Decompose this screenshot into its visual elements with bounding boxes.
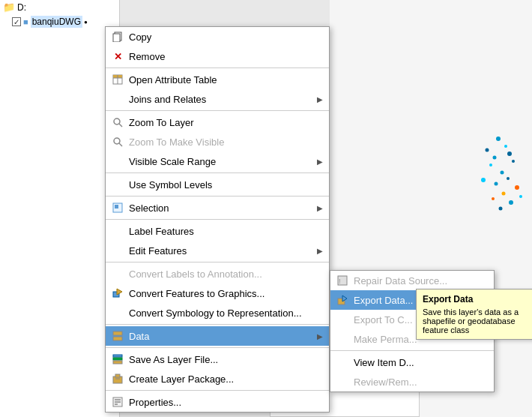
svg-line-24 <box>119 124 122 127</box>
menu-separator <box>106 219 329 220</box>
svg-rect-28 <box>115 205 118 208</box>
svg-point-5 <box>489 164 492 166</box>
svg-point-6 <box>501 171 504 175</box>
menu-item-zoom-visible: Zoom To Make Visible <box>106 132 329 152</box>
menu-separator <box>106 196 329 196</box>
selection-icon <box>110 200 125 215</box>
menu-separator <box>106 347 329 348</box>
svg-text:!: ! <box>339 278 341 285</box>
repair-icon: ! <box>335 273 350 288</box>
menu-item-zoom-to-layer[interactable]: Zoom To Layer <box>106 112 329 132</box>
 <box>110 243 125 258</box>
menu-label-zoom-to-layer: Zoom To Layer <box>129 117 323 128</box>
svg-point-25 <box>114 138 120 144</box>
copy-icon <box>110 29 125 44</box>
submenu-separator <box>330 350 494 351</box>
menu-separator <box>106 324 329 325</box>
 <box>335 355 350 370</box>
svg-point-10 <box>507 177 510 180</box>
submenu-label-view-item: View Item D... <box>354 357 488 368</box>
svg-point-11 <box>515 185 519 190</box>
svg-line-26 <box>119 143 122 146</box>
svg-point-23 <box>114 118 120 124</box>
arrow-joins: ▶ <box>317 95 323 104</box>
menu-label-create-package: Create Layer Package... <box>129 374 323 385</box>
layer-icon: ■ <box>23 17 28 26</box>
menu-separator <box>106 68 329 68</box>
svg-point-7 <box>512 160 515 163</box>
svg-rect-32 <box>113 337 122 340</box>
menu-label-convert-features: Convert Features to Graphics... <box>129 288 323 299</box>
props-icon <box>110 394 125 410</box>
menu-label-convert-labels: Convert Labels to Annotation... <box>129 268 323 280</box>
 <box>110 177 125 192</box>
menu-label-visible-scale: Visible Scale Range <box>129 156 317 167</box>
menu-item-edit[interactable]: Edit Features▶ <box>106 241 329 260</box>
menu-label-joins: Joins and Relates <box>129 94 317 105</box>
tree-drive[interactable]: 📁 D: <box>0 0 119 14</box>
svg-point-8 <box>481 178 486 182</box>
remove-icon: ✕ <box>110 49 125 64</box>
menu-item-data[interactable]: Data▶ <box>106 326 329 346</box>
 <box>335 374 350 389</box>
menu-item-copy[interactable]: Copy <box>106 27 329 46</box>
svg-point-0 <box>496 136 501 141</box>
menu-item-remove[interactable]: ✕Remove <box>106 46 329 66</box>
svg-point-14 <box>509 200 513 205</box>
menu-item-joins[interactable]: Joins and Relates▶ <box>106 89 329 109</box>
menu-item-open-attribute[interactable]: Open Attribute Table <box>106 70 329 89</box>
folder-icon: 📁 <box>3 2 15 13</box>
svg-rect-18 <box>113 34 120 42</box>
tree-layer[interactable]: ■ banqiuDWG ● <box>0 14 119 29</box>
svg-point-13 <box>492 197 495 200</box>
svg-rect-35 <box>113 361 122 364</box>
tooltip-export: Export Data Save this layer's data as a … <box>416 289 532 340</box>
menu-item-convert-symbology[interactable]: Convert Symbology to Representation... <box>106 303 329 322</box>
menu-label-open-attribute: Open Attribute Table <box>129 74 323 86</box>
svg-rect-37 <box>115 374 120 377</box>
menu-item-use-symbol[interactable]: Use Symbol Levels <box>106 175 329 194</box>
svg-rect-34 <box>113 358 122 360</box>
layer-checkbox[interactable] <box>12 17 21 26</box>
drive-label: D: <box>17 2 26 13</box>
svg-point-15 <box>499 207 503 211</box>
export-icon <box>335 292 350 308</box>
menu-item-selection[interactable]: Selection▶ <box>106 198 329 218</box>
submenu-item-review-rem: Review/Rem... <box>330 372 494 392</box>
data-icon <box>110 328 125 344</box>
menu-label-convert-symbology: Convert Symbology to Representation... <box>129 308 323 319</box>
menu-label-use-symbol: Use Symbol Levels <box>129 179 323 190</box>
 <box>110 224 125 238</box>
menu-item-save-layer[interactable]: Save As Layer File... <box>106 350 329 369</box>
 <box>110 305 125 320</box>
tree-panel: 📁 D: ■ banqiuDWG ● <box>0 0 120 417</box>
menu-label-edit: Edit Features <box>129 245 317 256</box>
menu-separator <box>106 172 329 173</box>
svg-point-16 <box>519 195 522 198</box>
submenu-label-repair: Repair Data Source... <box>354 275 488 286</box>
svg-point-2 <box>504 145 507 148</box>
menu-label-remove: Remove <box>129 51 323 62</box>
submenu-item-view-item[interactable]: View Item D... <box>330 352 494 372</box>
arrow-data: ▶ <box>317 332 323 340</box>
menu-label-label: Label Features <box>129 226 323 237</box>
menu-separator <box>106 262 329 262</box>
arrow-visible-scale: ▶ <box>317 158 323 166</box>
svg-rect-31 <box>113 332 122 335</box>
convert-icon <box>110 286 125 301</box>
context-menu: Copy✕RemoveOpen Attribute TableJoins and… <box>105 26 330 412</box>
svg-point-4 <box>507 152 512 156</box>
menu-item-properties[interactable]: Properties... <box>106 392 329 412</box>
arrow-selection: ▶ <box>317 204 323 212</box>
menu-separator <box>106 110 329 111</box>
menu-item-create-package[interactable]: Create Layer Package... <box>106 369 329 388</box>
menu-item-label[interactable]: Label Features <box>106 221 329 241</box>
layer-label[interactable]: banqiuDWG <box>31 16 82 28</box>
menu-item-convert-features[interactable]: Convert Features to Graphics... <box>106 284 329 303</box>
 <box>335 332 350 346</box>
tooltip-title: Export Data <box>423 294 532 304</box>
menu-item-visible-scale[interactable]: Visible Scale Range▶ <box>106 152 329 171</box>
menu-label-properties: Properties... <box>129 397 323 408</box>
menu-label-copy: Copy <box>129 32 323 43</box>
menu-label-zoom-visible: Zoom To Make Visible <box>129 136 323 148</box>
